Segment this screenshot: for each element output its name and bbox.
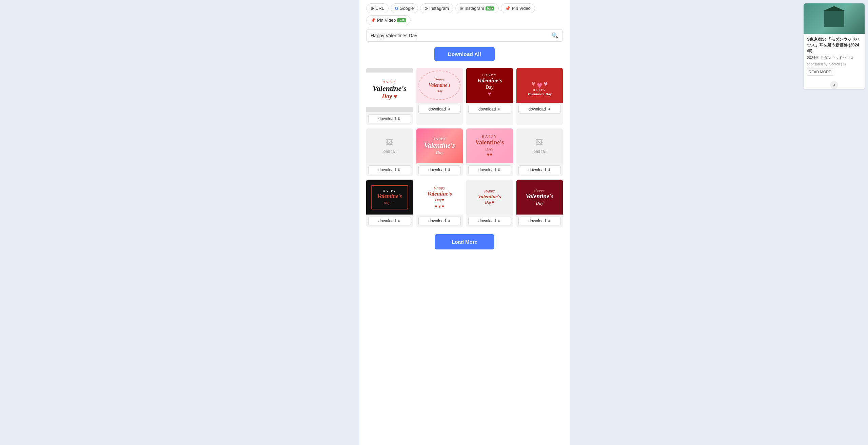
download-icon-3: ⬇: [497, 107, 500, 112]
tab-pin-video-bulk[interactable]: 📌 Pin Video bulk: [366, 15, 411, 25]
tab-instagram[interactable]: ⊙ Instagram: [420, 3, 453, 13]
ad-title: S東京都S: 「モダンウッドハウス」耳を疑う新価格 (2024年): [807, 37, 861, 54]
pin-icon: 📌: [505, 6, 510, 11]
image-thumb-8: 🖼 load fail: [516, 128, 563, 163]
image-card: 🖼 load fail download ⬇: [366, 128, 413, 176]
image-thumb-11: HAPPY Valentine's Day♥: [466, 180, 513, 215]
download-icon-4: ⬇: [548, 107, 551, 112]
search-input[interactable]: [371, 33, 552, 38]
download-label-7: download: [478, 167, 496, 172]
ad-house-icon: [824, 10, 844, 27]
download-label-8: download: [529, 167, 546, 172]
search-icon[interactable]: 🔍: [552, 32, 558, 39]
search-row: 🔍: [366, 29, 563, 42]
download-button-2[interactable]: download ⬇: [418, 105, 461, 114]
download-icon-2: ⬇: [448, 107, 451, 112]
fail-icon-5: 🖼: [386, 138, 393, 147]
chevron-up-icon: ∧: [833, 83, 836, 87]
ad-image: [804, 3, 865, 34]
image-card: HAPPY Valentine's Day ♥ download ⬇: [466, 68, 513, 125]
image-thumb-7: HAPPY Valentine's DAY ♥♥: [466, 128, 513, 163]
tab-instagram-bulk[interactable]: ⊙ Instagram bulk: [455, 3, 499, 13]
download-icon-8: ⬇: [548, 168, 551, 172]
image-card: Happy Valentine's Day download ⬇: [516, 180, 563, 227]
download-label-5: download: [378, 167, 396, 172]
image-card: Happy Valentine's Day download ⬇: [416, 68, 463, 125]
download-button-11[interactable]: download ⬇: [468, 217, 511, 225]
google-icon: G: [395, 6, 398, 11]
bulk-badge-instagram: bulk: [486, 6, 495, 11]
download-label-1: download: [378, 116, 396, 121]
pin-bulk-icon: 📌: [371, 18, 376, 23]
download-icon-5: ⬇: [397, 168, 400, 172]
download-icon-11: ⬇: [497, 219, 500, 223]
download-button-9[interactable]: download ⬇: [368, 217, 411, 225]
image-thumb-6: HAPPY Valentine's Day: [416, 128, 463, 163]
image-card: Happy Valentine's Day♥ ♥♥♥ download ⬇: [416, 180, 463, 227]
image-thumb-9: HAPPY Valentine's day —: [366, 180, 413, 215]
download-button-4[interactable]: download ⬇: [518, 105, 561, 114]
download-button-6[interactable]: download ⬇: [418, 165, 461, 174]
tab-instagram-bulk-label: Instagram: [465, 6, 484, 11]
download-icon-12: ⬇: [548, 219, 551, 223]
download-icon-10: ⬇: [448, 219, 451, 223]
ad-sponsor: sponsored by: Search | Cl: [807, 62, 861, 66]
bulk-badge-pin: bulk: [397, 18, 406, 22]
image-thumb-12: Happy Valentine's Day: [516, 180, 563, 215]
download-label-3: download: [478, 107, 496, 112]
tab-pin-video[interactable]: 📌 Pin Video: [501, 3, 535, 13]
download-icon-1: ⬇: [397, 117, 400, 121]
image-card: ♥ ♥ ♥ HAPPY Valentine's Day download ⬇: [516, 68, 563, 125]
download-label-12: download: [529, 219, 546, 223]
load-fail-text-5: load fail: [382, 149, 396, 154]
download-icon-9: ⬇: [397, 219, 400, 223]
ad-body: S東京都S: 「モダンウッドハウス」耳を疑う新価格 (2024年) 2024年 …: [804, 34, 865, 78]
ad-read-more-button[interactable]: READ MORE: [807, 68, 833, 76]
link-icon: ⊕: [371, 6, 374, 11]
tabs-row: ⊕ URL G Google ⊙ Instagram ⊙ Instagram b…: [366, 3, 563, 25]
hearts-decoration: ♥♥♥: [435, 204, 444, 209]
image-thumb-2: Happy Valentine's Day: [416, 68, 463, 103]
tab-url[interactable]: ⊕ URL: [366, 3, 389, 13]
download-button-12[interactable]: download ⬇: [518, 217, 561, 225]
tab-google[interactable]: G Google: [391, 3, 418, 13]
download-all-button[interactable]: Download All: [434, 47, 495, 61]
download-label-4: download: [529, 107, 546, 112]
download-label-6: download: [429, 167, 446, 172]
tab-url-label: URL: [375, 6, 384, 11]
ad-collapse-button[interactable]: ∧: [830, 81, 838, 89]
instagram-icon: ⊙: [425, 6, 428, 11]
download-label-2: download: [429, 107, 446, 112]
tab-google-label: Google: [399, 6, 414, 11]
image-thumb-4: ♥ ♥ ♥ HAPPY Valentine's Day: [516, 68, 563, 103]
tab-instagram-label: Instagram: [429, 6, 449, 11]
download-button-5[interactable]: download ⬇: [368, 165, 411, 174]
image-card: HAPPY Valentine's Day ♥ download ⬇: [366, 68, 413, 125]
download-button-3[interactable]: download ⬇: [468, 105, 511, 114]
image-thumb-5: 🖼 load fail: [366, 128, 413, 163]
image-card: HAPPY Valentine's day — download ⬇: [366, 180, 413, 227]
image-thumb-10: Happy Valentine's Day♥ ♥♥♥: [416, 180, 463, 215]
ad-desc: 2024年 モダンウッドハウス: [807, 55, 861, 60]
download-button-7[interactable]: download ⬇: [468, 165, 511, 174]
download-icon-7: ⬇: [497, 168, 500, 172]
tab-pin-video-label: Pin Video: [512, 6, 530, 11]
tab-pin-video-bulk-label: Pin Video: [377, 18, 396, 23]
download-button-10[interactable]: download ⬇: [418, 217, 461, 225]
image-card: 🖼 load fail download ⬇: [516, 128, 563, 176]
fail-icon-8: 🖼: [536, 138, 543, 147]
right-sidebar: S東京都S: 「モダンウッドハウス」耳を疑う新価格 (2024年) 2024年 …: [800, 0, 868, 445]
image-card: HAPPY Valentine's DAY ♥♥ download ⬇: [466, 128, 513, 176]
image-thumb-3: HAPPY Valentine's Day ♥: [466, 68, 513, 103]
download-label-9: download: [378, 219, 396, 223]
download-label-11: download: [478, 219, 496, 223]
image-grid: HAPPY Valentine's Day ♥ download ⬇ Happy: [366, 68, 563, 227]
download-label-10: download: [429, 219, 446, 223]
download-button-8[interactable]: download ⬇: [518, 165, 561, 174]
ad-container: S東京都S: 「モダンウッドハウス」耳を疑う新価格 (2024年) 2024年 …: [804, 3, 865, 89]
download-icon-6: ⬇: [448, 168, 451, 172]
load-more-button[interactable]: Load More: [435, 234, 494, 249]
load-fail-text-8: load fail: [533, 149, 547, 154]
download-button-1[interactable]: download ⬇: [368, 114, 411, 123]
instagram-bulk-icon: ⊙: [460, 6, 463, 11]
